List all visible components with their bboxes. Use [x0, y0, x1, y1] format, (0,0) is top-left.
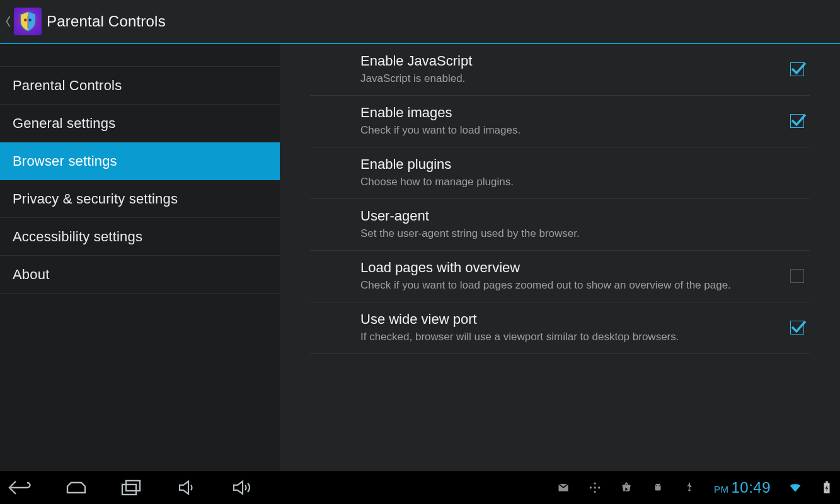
setting-title: Enable images	[360, 105, 769, 121]
setting-subtitle: JavaScript is enabled.	[360, 72, 769, 86]
sidebar-item-label: Privacy & security settings	[13, 191, 178, 207]
page-title: Parental Controls	[47, 13, 166, 30]
svg-point-7	[594, 491, 595, 493]
svg-point-9	[598, 486, 600, 488]
setting-enable-plugins[interactable]: Enable plugins Choose how to manage plug…	[310, 147, 810, 199]
system-navbar: PM 10:49	[0, 471, 840, 504]
setting-title: Enable plugins	[360, 156, 769, 173]
setting-subtitle: If checked, browser will use a viewport …	[360, 330, 769, 345]
svg-rect-14	[826, 481, 828, 483]
usb-icon[interactable]	[682, 481, 696, 495]
checkbox-icon[interactable]	[790, 62, 804, 76]
sidebar-item-accessibility-settings[interactable]: Accessibility settings	[0, 218, 280, 256]
setting-enable-javascript[interactable]: Enable JavaScript JavaScript is enabled.	[310, 44, 810, 96]
checkbox-icon[interactable]	[790, 269, 804, 283]
sidebar-item-parental-controls[interactable]: Parental Controls	[0, 67, 280, 105]
setting-title: Load pages with overview	[360, 260, 769, 276]
sidebar-spacer	[0, 44, 280, 67]
sidebar-item-browser-settings[interactable]: Browser settings	[0, 142, 280, 180]
nav-volume-up-button[interactable]	[228, 478, 257, 498]
sidebar-item-label: Accessibility settings	[13, 229, 142, 245]
sidebar-item-label: Parental Controls	[13, 77, 122, 94]
setting-subtitle: Choose how to manage plugins.	[360, 175, 769, 190]
svg-point-1	[28, 19, 31, 21]
app-icon[interactable]	[14, 8, 42, 35]
wifi-icon	[788, 481, 802, 495]
nav-recent-button[interactable]	[117, 478, 146, 498]
setting-use-wide-viewport[interactable]: Use wide view port If checked, browser w…	[310, 302, 810, 354]
svg-rect-2	[27, 16, 28, 28]
app-notification-icon[interactable]	[588, 481, 602, 495]
svg-point-8	[590, 486, 592, 488]
setting-title: Use wide view port	[360, 311, 769, 328]
svg-point-10	[656, 485, 657, 486]
checkbox-icon[interactable]	[790, 321, 804, 335]
action-bar: Parental Controls	[0, 0, 840, 44]
sidebar-item-label: About	[13, 266, 50, 283]
svg-point-6	[594, 483, 595, 484]
svg-point-0	[24, 19, 26, 21]
svg-point-12	[689, 483, 690, 484]
svg-rect-3	[122, 484, 136, 495]
setting-subtitle: Set the user-agent string used by the br…	[360, 227, 769, 241]
setting-title: Enable JavaScript	[360, 53, 769, 69]
status-clock[interactable]: PM 10:49	[714, 479, 771, 496]
setting-user-agent[interactable]: User-agent Set the user-agent string use…	[310, 199, 810, 251]
sidebar-item-general-settings[interactable]: General settings	[0, 105, 280, 142]
nav-volume-down-button[interactable]	[173, 478, 202, 498]
gmail-icon[interactable]	[556, 481, 570, 495]
sidebar-item-about[interactable]: About	[0, 256, 280, 294]
setting-load-pages-overview[interactable]: Load pages with overview Check if you wa…	[310, 251, 810, 302]
sidebar: Parental Controls General settings Brows…	[0, 44, 280, 471]
setting-title: User-agent	[360, 208, 769, 224]
nav-back-button[interactable]	[6, 478, 35, 498]
android-debug-icon[interactable]	[651, 481, 665, 495]
setting-subtitle: Check if you want to load images.	[360, 123, 769, 138]
clock-ampm: PM	[714, 484, 729, 495]
setting-enable-images[interactable]: Enable images Check if you want to load …	[310, 96, 810, 147]
setting-subtitle: Check if you want to load pages zoomed o…	[360, 278, 769, 293]
svg-rect-4	[126, 481, 140, 491]
back-icon[interactable]	[4, 13, 13, 30]
settings-panel: Enable JavaScript JavaScript is enabled.…	[280, 44, 840, 471]
play-store-icon[interactable]	[619, 481, 633, 495]
svg-point-5	[594, 486, 595, 488]
nav-home-button[interactable]	[62, 478, 91, 498]
checkbox-icon[interactable]	[790, 114, 804, 128]
battery-charging-icon	[820, 481, 834, 495]
sidebar-item-label: General settings	[13, 115, 115, 132]
svg-point-11	[659, 485, 660, 486]
clock-time: 10:49	[731, 479, 771, 496]
sidebar-item-label: Browser settings	[13, 153, 117, 169]
sidebar-item-privacy-security-settings[interactable]: Privacy & security settings	[0, 180, 280, 218]
